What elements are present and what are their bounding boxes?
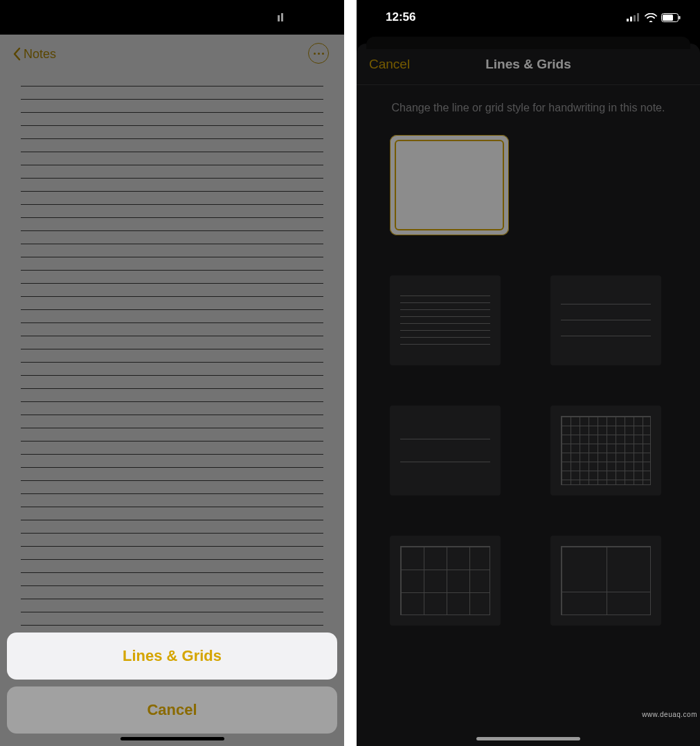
option-blank[interactable] (390, 135, 509, 235)
phone-right: 12:56 Cancel Lines & Grids Change the li… (357, 0, 700, 746)
lines-grids-sheet: Cancel Lines & Grids Change the line or … (357, 44, 700, 746)
battery-icon (305, 13, 325, 22)
option-lines-narrow[interactable] (390, 275, 501, 365)
back-label: Notes (24, 47, 56, 62)
svg-rect-8 (630, 17, 632, 21)
more-button[interactable] (308, 43, 329, 64)
blank-preview (395, 140, 504, 230)
grid-small-preview (561, 416, 651, 485)
sheet-description: Change the line or grid style for handwr… (357, 85, 700, 135)
option-lines-medium[interactable] (390, 406, 501, 495)
option-lines-wide[interactable] (550, 275, 661, 365)
grid-medium-preview (400, 546, 490, 615)
back-button[interactable]: Notes (12, 47, 56, 62)
chevron-left-icon (12, 47, 21, 61)
grid-options (357, 135, 700, 626)
cancel-button[interactable]: Cancel (369, 57, 410, 72)
wifi-icon (645, 13, 657, 22)
option-grid-small[interactable] (550, 406, 661, 495)
battery-icon (661, 13, 681, 22)
action-sheet: Lines & Grids Cancel (7, 633, 337, 734)
svg-rect-1 (274, 17, 276, 21)
ellipsis-icon (314, 53, 324, 55)
status-bar-left: 3:32 (0, 0, 344, 35)
phone-left: Notes 3:32 Lines & Grids Cancel (0, 0, 344, 746)
status-icons (271, 13, 325, 22)
home-indicator (120, 737, 224, 740)
svg-rect-13 (679, 16, 681, 19)
signal-icon (271, 13, 285, 21)
svg-rect-3 (281, 13, 283, 21)
lines-wide-preview (561, 304, 651, 336)
cancel-button[interactable]: Cancel (7, 686, 337, 734)
option-grid-large[interactable] (550, 536, 661, 626)
option-grid-medium[interactable] (390, 536, 501, 626)
lines-narrow-preview (400, 295, 490, 345)
wifi-icon (289, 13, 301, 22)
nav-bar: Notes (0, 35, 344, 73)
home-indicator (476, 737, 580, 740)
status-time: 3:32 (29, 10, 53, 24)
svg-rect-9 (634, 15, 636, 21)
svg-rect-7 (627, 19, 629, 21)
status-icons (627, 13, 681, 22)
watermark: www.deuaq.com (642, 711, 697, 718)
status-bar-right: 12:56 (357, 0, 700, 35)
grid-large-preview (561, 546, 651, 615)
lines-and-grids-button[interactable]: Lines & Grids (7, 633, 337, 680)
svg-rect-2 (278, 15, 280, 21)
sheet-title: Lines & Grids (485, 57, 571, 72)
svg-rect-5 (307, 15, 315, 21)
lines-medium-preview (400, 439, 490, 462)
status-time: 12:56 (386, 10, 415, 24)
sheet-header: Cancel Lines & Grids (357, 44, 700, 85)
svg-rect-10 (637, 13, 639, 21)
svg-rect-0 (271, 19, 273, 21)
svg-rect-6 (323, 16, 325, 19)
svg-rect-12 (663, 15, 673, 21)
signal-icon (627, 13, 640, 21)
